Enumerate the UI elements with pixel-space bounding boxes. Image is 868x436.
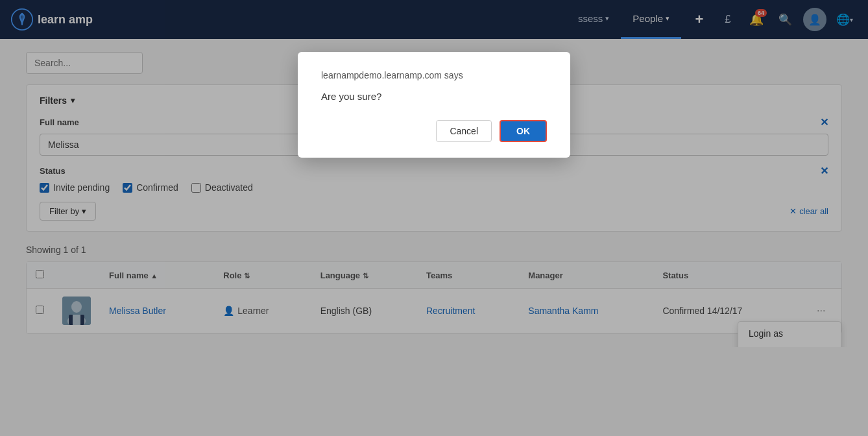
dialog-ok-button[interactable]: OK xyxy=(500,120,547,142)
confirm-dialog: learnampdemo.learnamp.com says Are you s… xyxy=(298,52,570,158)
dialog-buttons: Cancel OK xyxy=(321,120,547,142)
dialog-title: learnampdemo.learnamp.com says xyxy=(321,70,547,80)
dialog-cancel-button[interactable]: Cancel xyxy=(436,120,492,142)
dialog-overlay: learnampdemo.learnamp.com says Are you s… xyxy=(0,0,868,347)
dialog-message: Are you sure? xyxy=(321,91,547,102)
